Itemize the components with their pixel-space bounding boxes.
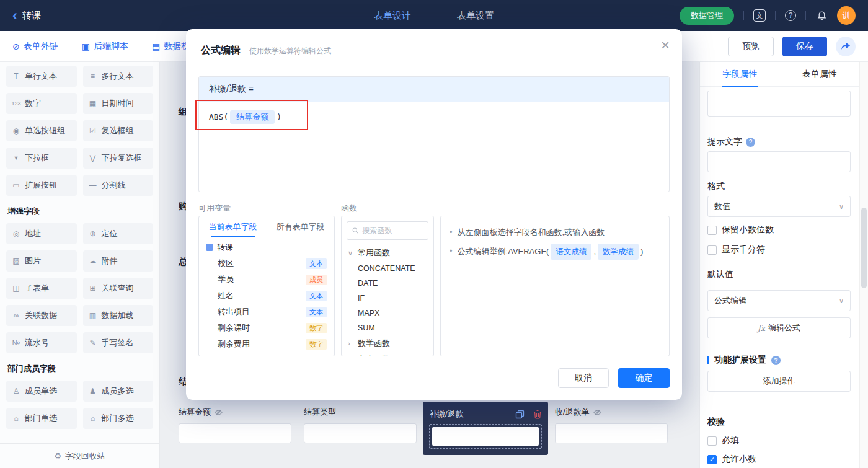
field-type-dept-multi[interactable]: ⌂部门多选 [83,408,154,429]
field-input[interactable] [555,423,668,443]
hint-text-input[interactable] [707,151,851,172]
example-prefix: 公式编辑举例:AVERAGE( [458,247,549,256]
field-input[interactable] [304,423,417,443]
notification-bell-icon[interactable] [815,9,828,22]
field-type-attachment[interactable]: ☁附件 [83,250,154,272]
field-type-extend-button[interactable]: ▭扩展按钮 [6,175,77,196]
vertical-scrollbar [859,62,868,468]
function-item[interactable]: IF [342,291,433,306]
tab-form-design[interactable]: 表单设计 [374,10,411,22]
field-type-member-multi[interactable]: ♟成员多选 [83,381,154,402]
help-icon[interactable]: ? [771,356,781,365]
close-icon[interactable]: × [661,38,670,53]
field-title-input[interactable] [707,91,851,117]
help-icon[interactable]: ? [785,10,796,21]
default-value-select[interactable]: 公式编辑 ∨ [707,290,851,311]
checkbox-allow-decimal[interactable]: 允许小数 [707,454,851,465]
field-type-signature[interactable]: ✎手写签名 [83,332,154,353]
edit-formula-button[interactable]: ƒx 编辑公式 [707,317,851,338]
variable-row[interactable]: 姓名文本 [199,288,334,304]
tab-field-properties[interactable]: 字段属性 [700,62,780,86]
field-recycle-bin[interactable]: ♻ 字段回收站 [0,443,159,468]
data-permission-link[interactable]: ▤ 数据权 [152,41,190,52]
field-type-linked-data[interactable]: ∞关联数据 [6,305,77,326]
variable-row[interactable]: 转出项目文本 [199,304,334,320]
cancel-button[interactable]: 取消 [558,368,609,388]
help-icon[interactable]: ? [746,138,755,147]
field-type-data-load[interactable]: ▥数据加载 [83,305,154,326]
basic-fields-grid: T单行文本 ≡多行文本 123数字 ▦日期时间 ◉单选按钮组 ☑复选框组 ▼下拉… [6,66,153,196]
canvas-field-receipt[interactable]: 收/退款单 [555,406,668,443]
field-type-address[interactable]: ◎地址 [6,223,77,244]
field-type-divider[interactable]: ―分割线 [83,175,154,196]
field-type-dept-single[interactable]: ⌂部门单选 [6,408,77,429]
translate-icon[interactable]: 文 [753,9,766,22]
canvas-field-settle-type[interactable]: 结算类型 [304,406,417,443]
copy-field-icon[interactable] [515,410,525,419]
field-type-checkbox-group[interactable]: ☑复选框组 [83,120,154,141]
field-type-label: 地址 [25,228,41,239]
field-type-label: 手写签名 [102,337,134,348]
backend-script-link[interactable]: ▣ 后端脚本 [82,41,128,52]
section-dept-member-fields: 部门成员字段 [7,363,152,374]
field-type-multi-text[interactable]: ≡多行文本 [83,66,154,87]
function-group-common[interactable]: ∨ 常用函数 [342,245,433,261]
type-badge: 文本 [306,291,327,301]
delete-field-icon[interactable] [533,410,542,419]
function-item[interactable]: CONCATENATE [342,261,433,276]
back-nav[interactable]: ‹ 转课 [12,9,41,22]
field-type-number[interactable]: 123数字 [6,93,77,114]
formula-input-area[interactable]: ABS(结算金额) [199,102,669,192]
variable-row[interactable]: 剩余费用数字 [199,336,334,352]
function-group-math[interactable]: › 数学函数 [342,335,433,351]
scrollbar-thumb[interactable] [861,208,867,288]
tab-form-settings[interactable]: 表单设置 [457,10,494,22]
field-input[interactable] [179,423,291,443]
function-item[interactable]: SUM [342,320,433,335]
tab-all-form-fields[interactable]: 所有表单字段 [267,216,334,237]
form-external-link[interactable]: ⊘ 表单外链 [12,41,58,52]
add-action-button[interactable]: 添加操作 [707,371,851,392]
field-type-single-text[interactable]: T单行文本 [6,66,77,87]
field-type-lookup[interactable]: ⊞关联查询 [83,278,154,299]
variable-row[interactable]: 剩余课时数字 [199,320,334,336]
tab-form-properties[interactable]: 表单属性 [780,62,860,86]
field-type-multi-select[interactable]: ⋁下拉复选框 [83,148,154,169]
variable-row[interactable]: 学员成员 [199,272,334,288]
map-pin-icon: ◎ [11,229,21,238]
field-type-datetime[interactable]: ▦日期时间 [83,93,154,114]
field-input[interactable] [432,427,539,446]
variable-row[interactable]: 校区文本 [199,255,334,272]
checkbox-thousand-separator[interactable]: 显示千分符 [707,244,851,255]
tab-current-form-fields[interactable]: 当前表单字段 [199,216,267,237]
function-group-text[interactable]: › 文本函数 [342,351,433,356]
format-select[interactable]: 数值 ∨ [707,196,851,217]
field-type-member-single[interactable]: ♙成员单选 [6,381,77,402]
field-type-select[interactable]: ▼下拉框 [6,148,77,169]
field-type-radio-group[interactable]: ◉单选按钮组 [6,120,77,141]
checkbox-keep-decimals[interactable]: 保留小数位数 [707,224,851,236]
function-item[interactable]: DATE [342,276,433,291]
form-node[interactable]: 转课 [199,237,334,255]
share-button[interactable] [836,37,856,56]
button-label: 编辑公式 [768,322,800,333]
function-item[interactable]: MAPX [342,306,433,320]
confirm-button[interactable]: 确定 [618,368,670,388]
field-type-serial-number[interactable]: №流水号 [6,332,77,353]
checkbox-required[interactable]: 必填 [707,435,851,446]
save-button[interactable]: 保存 [782,37,827,56]
data-manage-button[interactable]: 数据管理 [680,7,734,25]
variable-name: 校区 [218,258,234,269]
preview-button[interactable]: 预览 [728,37,774,56]
field-type-subform[interactable]: ◫子表单 [6,278,77,299]
canvas-field-settle-amount[interactable]: 结算金额 [179,406,291,443]
avatar[interactable]: 训 [837,6,856,25]
canvas-field-selected[interactable]: 补缴/退款 [423,402,548,455]
field-token-chip[interactable]: 结算金额 [230,110,275,124]
share-arrow-icon [841,42,851,51]
function-search-input[interactable] [362,226,423,235]
divider [775,11,776,20]
field-type-image[interactable]: ▨图片 [6,250,77,272]
checkbox-box [707,245,717,255]
field-type-location[interactable]: ⊕定位 [83,223,154,244]
